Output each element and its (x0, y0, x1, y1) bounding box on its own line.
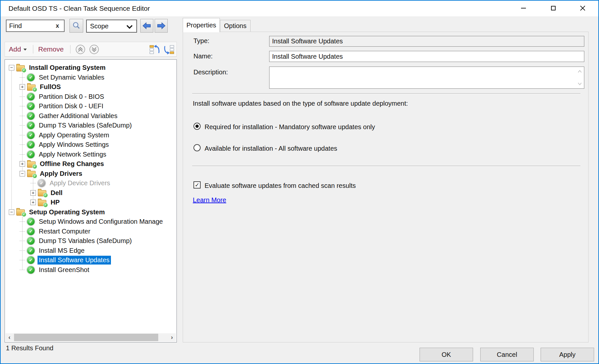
step-check-icon: ✓ (27, 256, 35, 264)
tree-item[interactable]: ✓Dump TS Variables (SafeDump) (5, 236, 177, 246)
apply-button[interactable]: Apply (541, 348, 594, 361)
scroll-down-icon (577, 82, 582, 86)
tree-item[interactable]: ✓Partition Disk 0 - UEFI (5, 101, 177, 111)
search-icon (72, 22, 81, 30)
expand-toggle-icon[interactable]: + (30, 200, 36, 205)
tree-item[interactable]: +✓Dell (5, 188, 177, 198)
tree-connector (20, 77, 25, 78)
folder-check-badge-icon: ✓ (22, 212, 26, 217)
tree-item-label: Apply Operating System (38, 131, 111, 140)
step-check-icon: ✓ (27, 151, 35, 158)
tree-item[interactable]: ✓Gather Additional Variables (5, 111, 177, 121)
tree-item[interactable]: ✓Apply Windows Settings (5, 140, 177, 150)
collapse-all-button[interactable] (75, 44, 85, 54)
forward-arrow-icon (157, 22, 166, 30)
step-check-icon: ✓ (27, 228, 35, 235)
remove-button-label: Remove (38, 45, 64, 53)
scroll-left-icon[interactable]: ‹ (6, 333, 13, 341)
expand-toggle-icon[interactable]: + (20, 84, 25, 90)
scrollbar-thumb[interactable] (14, 334, 158, 341)
tree-item-label: Dump TS Variables (SafeDump) (38, 236, 133, 245)
add-button[interactable]: Add (9, 42, 27, 56)
scroll-right-icon[interactable]: › (168, 333, 176, 341)
add-button-label: Add (9, 45, 21, 53)
search-button[interactable] (69, 19, 83, 33)
clear-find-button[interactable]: x (53, 21, 62, 30)
type-label: Type: (193, 37, 209, 45)
collapse-toggle-icon[interactable]: − (9, 209, 14, 215)
deployment-heading: Install software updates based on the ty… (193, 100, 408, 107)
tree-item-label: Partition Disk 0 - UEFI (38, 102, 105, 111)
tree-item[interactable]: ✓Install GreenShot (5, 265, 177, 275)
cancel-button[interactable]: Cancel (480, 348, 534, 361)
tree-item-label: Install Operating System (28, 63, 107, 72)
tree-item[interactable]: ✓Dump TS Variables (SafeDump) (5, 121, 177, 130)
evaluate-cached-checkbox[interactable]: ✓ (193, 181, 201, 189)
folder-tab (16, 64, 20, 66)
close-button[interactable] (573, 1, 593, 16)
task-sequence-editor-window: Default OSD TS - Clean Task Sequence Edi… (0, 0, 599, 364)
remove-button[interactable]: Remove (38, 42, 64, 56)
titlebar: Default OSD TS - Clean Task Sequence Edi… (1, 1, 598, 16)
move-up-button[interactable] (149, 45, 160, 54)
tree-horizontal-scrollbar[interactable]: ‹ › (6, 333, 176, 341)
results-status: 1 Results Found (6, 344, 54, 352)
tab-options[interactable]: Options (220, 20, 251, 32)
radio-available[interactable] (193, 144, 201, 151)
tree-item[interactable]: −✓Install Operating System (5, 63, 177, 73)
collapse-toggle-icon[interactable]: − (9, 65, 14, 70)
tree-item[interactable]: ✓Setup Windows and Configuration Manage (5, 217, 177, 227)
maximize-button[interactable] (543, 1, 563, 16)
folder-tab (38, 189, 41, 190)
tree-item[interactable]: ✓Apply Operating System (5, 130, 177, 140)
tree-item[interactable]: −✓Setup Operating System (5, 207, 177, 217)
expand-toggle-icon[interactable]: + (30, 190, 36, 196)
radio-required[interactable] (193, 123, 201, 130)
tree-item[interactable]: +✓HP (5, 198, 177, 207)
tree-connector (20, 125, 25, 126)
tree-item[interactable]: ✓Partition Disk 0 - BIOS (5, 92, 177, 102)
folder-check-badge-icon: ✓ (33, 87, 37, 92)
tree-item[interactable]: +✓Offline Reg Changes (5, 159, 177, 169)
window-title: Default OSD TS - Clean Task Sequence Edi… (8, 1, 150, 16)
tab-properties[interactable]: Properties (183, 18, 220, 32)
tree-item[interactable]: −✓Apply Drivers (5, 169, 177, 179)
tree-item-label: Set Dynamic Variables (38, 73, 106, 82)
move-down-button[interactable] (163, 45, 175, 54)
tree-item[interactable]: ✓Install MS Edge (5, 246, 177, 256)
radio-selected-dot (195, 125, 199, 128)
folder-check-badge-icon: ✓ (33, 164, 37, 169)
name-field[interactable] (269, 51, 584, 62)
tree-item-label: Gather Additional Variables (38, 112, 119, 120)
tree-item-label: Apply Device Drivers (48, 179, 112, 188)
tree-connector (20, 260, 25, 260)
ok-button[interactable]: OK (420, 348, 473, 361)
tree-item[interactable]: +✓FullOS (5, 82, 177, 92)
type-field (269, 36, 584, 47)
back-arrow-icon (142, 22, 151, 30)
name-label: Name: (193, 53, 213, 60)
tree-connector (20, 97, 25, 97)
tree-item[interactable]: ✓Restart Computer (5, 227, 177, 236)
step-check-icon: ✓ (27, 218, 35, 225)
tree-item-label: Dump TS Variables (SafeDump) (38, 121, 133, 130)
section-separator (192, 93, 580, 94)
group-folder-icon: ✓ (27, 84, 36, 91)
tree-item[interactable]: ✓Set Dynamic Variables (5, 73, 177, 83)
tree-item[interactable]: ✓Apply Network Settings (5, 150, 177, 159)
expand-toggle-icon[interactable]: + (20, 161, 25, 167)
tree-connector (20, 241, 25, 241)
tree-connector (20, 154, 25, 155)
expand-all-button[interactable] (89, 44, 99, 54)
find-previous-button[interactable] (140, 19, 153, 33)
minimize-button[interactable] (513, 1, 533, 16)
scope-select[interactable]: Scope (86, 20, 137, 33)
description-field[interactable] (269, 67, 584, 89)
find-next-button[interactable] (155, 19, 168, 33)
collapse-toggle-icon[interactable]: − (20, 171, 25, 176)
tree-item[interactable]: ✓Apply Device Drivers (5, 178, 177, 188)
toolbar-separator (70, 45, 70, 53)
learn-more-link[interactable]: Learn More (193, 196, 226, 204)
tree-item[interactable]: ✓Install Software Updates (5, 255, 177, 265)
properties-panel: Type: Name: Description: Install softwar… (183, 32, 589, 342)
